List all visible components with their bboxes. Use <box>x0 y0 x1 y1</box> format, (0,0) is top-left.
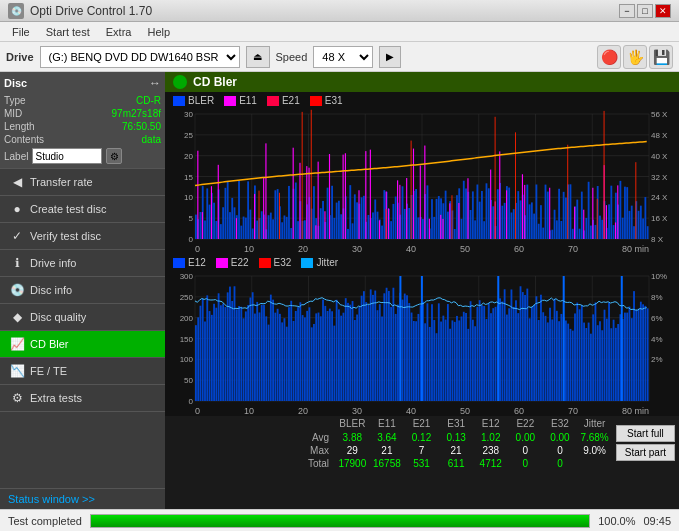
x2-label-80min: 80 min <box>622 406 649 416</box>
disc-label-icon[interactable]: ⚙ <box>106 148 122 164</box>
col-header-e22: E22 <box>508 416 543 431</box>
x2-label-70: 70 <box>568 406 578 416</box>
speed-select[interactable]: 48 X <box>313 46 373 68</box>
sidebar-item-label-verify: Verify test disc <box>30 230 101 242</box>
legend-jitter-label: Jitter <box>316 257 338 268</box>
menu-file[interactable]: File <box>4 24 38 40</box>
col-header-e21: E21 <box>404 416 439 431</box>
x-label-30: 30 <box>352 244 362 254</box>
eject-button[interactable]: ⏏ <box>246 46 270 68</box>
sidebar-item-drive-info[interactable]: ℹ Drive info <box>0 250 165 277</box>
sidebar-item-label-transfer-rate: Transfer rate <box>30 176 93 188</box>
toolbar-icon-1[interactable]: 🔴 <box>597 45 621 69</box>
toolbar-icon-3[interactable]: 💾 <box>649 45 673 69</box>
sidebar-item-cd-bler[interactable]: 📈 CD Bler <box>0 331 165 358</box>
disc-info-icon: 💿 <box>10 283 24 297</box>
sidebar-item-label-fe-te: FE / TE <box>30 365 67 377</box>
transfer-rate-icon: ◀ <box>10 175 24 189</box>
menu-bar: File Start test Extra Help <box>0 22 679 42</box>
chart-title: CD Bler <box>193 75 237 89</box>
minimize-button[interactable]: − <box>619 4 635 18</box>
stats-total-e32: 0 <box>543 457 578 470</box>
col-header-bler: BLER <box>335 416 370 431</box>
x-label-70: 70 <box>568 244 578 254</box>
menu-extra[interactable]: Extra <box>98 24 140 40</box>
sidebar-item-transfer-rate[interactable]: ◀ Transfer rate <box>0 169 165 196</box>
legend-e32: E32 <box>259 257 292 268</box>
legend-e12-label: E12 <box>188 257 206 268</box>
progress-bar <box>91 515 589 527</box>
sidebar-item-fe-te[interactable]: 📉 FE / TE <box>0 358 165 385</box>
stats-max-e31: 21 <box>439 444 474 457</box>
x-label-0: 0 <box>195 244 200 254</box>
stats-max-row: Max 29 21 7 21 238 0 0 9.0% <box>165 444 612 457</box>
start-full-button[interactable]: Start full <box>616 425 675 442</box>
content-area: CD Bler BLER E11 E21 <box>165 72 679 509</box>
drive-bar: Drive (G:) BENQ DVD DD DW1640 BSRB ⏏ Spe… <box>0 42 679 72</box>
stats-avg-e22: 0.00 <box>508 431 543 444</box>
stats-avg-e12: 1.02 <box>473 431 508 444</box>
stats-total-e12: 4712 <box>473 457 508 470</box>
sidebar-item-create-test-disc[interactable]: ● Create test disc <box>0 196 165 223</box>
sidebar-item-verify-test-disc[interactable]: ✓ Verify test disc <box>0 223 165 250</box>
sidebar-item-disc-quality[interactable]: ◆ Disc quality <box>0 304 165 331</box>
x2-label-50: 50 <box>460 406 470 416</box>
x2-label-20: 20 <box>298 406 308 416</box>
legend-e32-label: E32 <box>274 257 292 268</box>
maximize-button[interactable]: □ <box>637 4 653 18</box>
status-completed-text: Test completed <box>8 515 82 527</box>
sidebar-item-disc-info[interactable]: 💿 Disc info <box>0 277 165 304</box>
chart2-body <box>165 271 679 406</box>
chart1-xaxis: 0 10 20 30 40 50 60 70 80 min <box>165 244 679 254</box>
x2-label-0: 0 <box>195 406 200 416</box>
stats-avg-e21: 0.12 <box>404 431 439 444</box>
disc-title: Disc <box>4 77 27 89</box>
legend-bler: BLER <box>173 95 214 106</box>
start-part-button[interactable]: Start part <box>616 444 675 461</box>
chart2-legend: E12 E22 E32 Jitter <box>165 254 679 271</box>
drive-label: Drive <box>6 51 34 63</box>
x2-label-30: 30 <box>352 406 362 416</box>
menu-start-test[interactable]: Start test <box>38 24 98 40</box>
menu-help[interactable]: Help <box>139 24 178 40</box>
disc-length-label: Length <box>4 121 35 132</box>
toolbar-icon-2[interactable]: 🖐 <box>623 45 647 69</box>
disc-label-input[interactable] <box>32 148 102 164</box>
close-button[interactable]: ✕ <box>655 4 671 18</box>
col-header-e32: E32 <box>543 416 578 431</box>
speed-set-button[interactable]: ▶ <box>379 46 401 68</box>
stats-avg-e11: 3.64 <box>370 431 405 444</box>
stats-max-bler: 29 <box>335 444 370 457</box>
fe-te-icon: 📉 <box>10 364 24 378</box>
x-label-40: 40 <box>406 244 416 254</box>
stats-max-e32: 0 <box>543 444 578 457</box>
disc-arrow[interactable]: ↔ <box>149 76 161 90</box>
chart-header-icon <box>173 75 187 89</box>
legend-e12: E12 <box>173 257 206 268</box>
status-window-button[interactable]: Status window >> <box>0 488 165 509</box>
sidebar: Disc ↔ Type CD-R MID 97m27s18f Length 76… <box>0 72 165 509</box>
stats-total-bler: 17900 <box>335 457 370 470</box>
progress-bar-container <box>90 514 590 528</box>
app-title: Opti Drive Control 1.70 <box>30 4 152 18</box>
x-label-80min: 80 min <box>622 244 649 254</box>
disc-length-value: 76:50.50 <box>122 121 161 132</box>
legend-bler-label: BLER <box>188 95 214 106</box>
app-icon: 💿 <box>8 3 24 19</box>
col-header-jitter: Jitter <box>577 416 612 431</box>
chart1-body <box>165 109 679 244</box>
chart2-canvas <box>165 271 679 406</box>
start-buttons: Start full Start part <box>612 416 679 470</box>
sidebar-item-label-cd-bler: CD Bler <box>30 338 69 350</box>
sidebar-menu: ◀ Transfer rate ● Create test disc ✓ Ver… <box>0 169 165 488</box>
stats-max-e12: 238 <box>473 444 508 457</box>
sidebar-item-label-extra-tests: Extra tests <box>30 392 82 404</box>
sidebar-item-extra-tests[interactable]: ⚙ Extra tests <box>0 385 165 412</box>
drive-select[interactable]: (G:) BENQ DVD DD DW1640 BSRB <box>40 46 240 68</box>
create-test-icon: ● <box>10 202 24 216</box>
chart2-container: E12 E22 E32 Jitter <box>165 254 679 416</box>
disc-mid-label: MID <box>4 108 22 119</box>
x-label-60: 60 <box>514 244 524 254</box>
stats-section: BLER E11 E21 E31 E12 E22 E32 Jitter Avg … <box>165 416 679 470</box>
stats-max-label: Max <box>165 445 335 456</box>
